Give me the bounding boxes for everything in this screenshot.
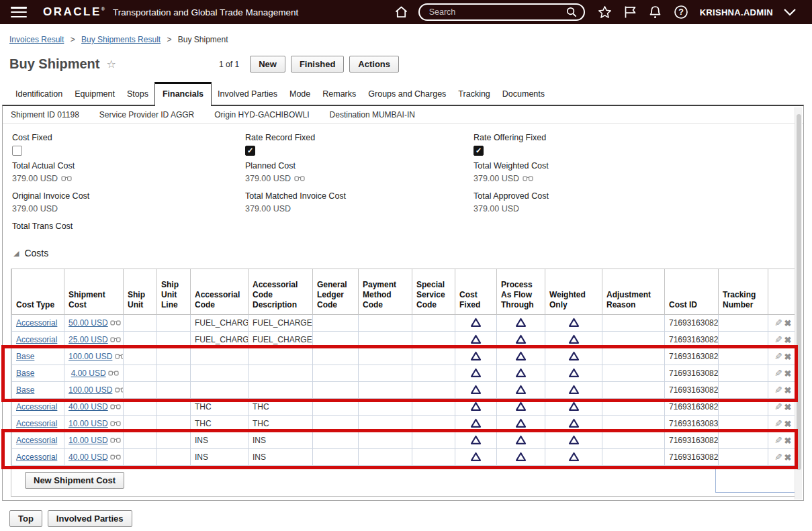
panel-scrollbar[interactable] bbox=[795, 107, 802, 499]
edit-icon[interactable]: ✎ bbox=[774, 435, 782, 446]
delete-icon[interactable]: ✖ bbox=[784, 402, 791, 412]
flag-triangle-icon[interactable] bbox=[515, 401, 527, 412]
flag-triangle-icon[interactable] bbox=[470, 401, 482, 412]
flag-triangle-icon[interactable] bbox=[470, 318, 482, 328]
tab-equipment[interactable]: Equipment bbox=[69, 85, 121, 105]
finished-button[interactable]: Finished bbox=[291, 56, 344, 73]
chevron-down-icon[interactable] bbox=[783, 8, 797, 16]
flag-triangle-icon[interactable] bbox=[515, 418, 527, 428]
shipment-cost-link[interactable]: 40.00 USD bbox=[69, 402, 108, 412]
new-shipment-cost-button[interactable]: New Shipment Cost bbox=[25, 472, 124, 489]
edit-icon[interactable]: ✎ bbox=[774, 418, 782, 429]
tab-identification[interactable]: Identification bbox=[9, 85, 69, 105]
costs-section-header[interactable]: ◢ Costs bbox=[3, 238, 803, 269]
flag-triangle-icon[interactable] bbox=[470, 334, 482, 344]
flag-triangle-icon[interactable] bbox=[568, 452, 580, 462]
breadcrumb-link-invoices-result[interactable]: Invoices Result bbox=[9, 35, 64, 44]
edit-icon[interactable]: ✎ bbox=[774, 334, 782, 345]
flag-triangle-icon[interactable] bbox=[515, 351, 527, 361]
shipment-cost-link[interactable]: 100.00 USD bbox=[69, 352, 112, 361]
flag-triangle-icon[interactable] bbox=[470, 368, 482, 378]
flag-triangle-icon[interactable] bbox=[568, 385, 580, 395]
delete-icon[interactable]: ✖ bbox=[784, 369, 791, 379]
currency-glasses-icon[interactable] bbox=[523, 175, 533, 182]
currency-glasses-icon[interactable] bbox=[110, 336, 121, 343]
tab-stops[interactable]: Stops bbox=[121, 85, 154, 105]
favorites-star-icon[interactable] bbox=[598, 5, 612, 19]
shipment-cost-link[interactable]: 10.00 USD bbox=[69, 436, 108, 445]
flag-triangle-icon[interactable] bbox=[568, 318, 580, 328]
delete-icon[interactable]: ✖ bbox=[784, 419, 791, 429]
cost-type-link[interactable]: Accessorial bbox=[16, 419, 57, 428]
currency-glasses-icon[interactable] bbox=[61, 175, 72, 182]
tab-financials[interactable]: Financials bbox=[154, 82, 212, 106]
top-button[interactable]: Top bbox=[9, 510, 42, 527]
shipment-cost-link[interactable]: 40.00 USD bbox=[69, 452, 108, 462]
flag-triangle-icon[interactable] bbox=[515, 435, 527, 445]
currency-glasses-icon[interactable] bbox=[110, 320, 121, 326]
flag-triangle-icon[interactable] bbox=[515, 368, 527, 378]
delete-icon[interactable]: ✖ bbox=[784, 318, 791, 328]
flag-triangle-icon[interactable] bbox=[568, 351, 580, 361]
edit-icon[interactable]: ✎ bbox=[774, 351, 782, 362]
shipment-cost-link[interactable]: 4.00 USD bbox=[71, 369, 106, 378]
flag-triangle-icon[interactable] bbox=[515, 385, 527, 395]
delete-icon[interactable]: ✖ bbox=[784, 335, 791, 345]
currency-glasses-icon[interactable] bbox=[110, 420, 121, 427]
cost-type-link[interactable]: Accessorial bbox=[16, 452, 57, 462]
scrollbar-thumb[interactable] bbox=[797, 114, 801, 470]
flag-triangle-icon[interactable] bbox=[568, 401, 580, 412]
search-input[interactable] bbox=[429, 7, 566, 17]
delete-icon[interactable]: ✖ bbox=[784, 385, 791, 395]
currency-glasses-icon[interactable] bbox=[110, 403, 121, 410]
currency-glasses-icon[interactable] bbox=[115, 387, 124, 393]
shipment-cost-link[interactable]: 50.00 USD bbox=[69, 318, 108, 328]
flag-triangle-icon[interactable] bbox=[568, 418, 580, 428]
cost-type-link[interactable]: Base bbox=[16, 369, 34, 378]
checkbox-rate-record-fixed[interactable]: ✓ bbox=[245, 146, 255, 156]
cost-type-link[interactable]: Base bbox=[16, 385, 34, 395]
currency-glasses-icon[interactable] bbox=[110, 454, 121, 461]
flag-triangle-icon[interactable] bbox=[470, 351, 482, 361]
currency-glasses-icon[interactable] bbox=[110, 437, 121, 444]
currency-glasses-icon[interactable] bbox=[294, 175, 305, 182]
cost-type-link[interactable]: Accessorial bbox=[16, 402, 57, 412]
tab-tracking[interactable]: Tracking bbox=[452, 85, 496, 105]
flag-triangle-icon[interactable] bbox=[515, 318, 527, 328]
cost-type-link[interactable]: Accessorial bbox=[16, 436, 57, 445]
favorite-star-icon[interactable]: ☆ bbox=[106, 58, 116, 70]
flag-triangle-icon[interactable] bbox=[515, 452, 527, 462]
flag-triangle-icon[interactable] bbox=[470, 385, 482, 395]
cost-type-link[interactable]: Accessorial bbox=[16, 335, 57, 344]
flag-triangle-icon[interactable] bbox=[515, 334, 527, 344]
menu-icon[interactable] bbox=[11, 7, 27, 17]
cost-type-link[interactable]: Base bbox=[16, 352, 34, 361]
edit-icon[interactable]: ✎ bbox=[774, 401, 782, 412]
currency-glasses-icon[interactable] bbox=[115, 353, 124, 360]
shipment-cost-link[interactable]: 100.00 USD bbox=[69, 385, 112, 395]
notifications-bell-icon[interactable] bbox=[649, 5, 662, 19]
cost-type-link[interactable]: Accessorial bbox=[16, 318, 57, 328]
tab-involved-parties[interactable]: Involved Parties bbox=[212, 85, 283, 105]
delete-icon[interactable]: ✖ bbox=[784, 436, 791, 446]
tab-groups-and-charges[interactable]: Groups and Charges bbox=[362, 85, 452, 105]
home-icon[interactable] bbox=[394, 5, 408, 19]
checkbox-cost-fixed[interactable] bbox=[12, 146, 22, 156]
tab-mode[interactable]: Mode bbox=[283, 85, 316, 105]
currency-glasses-icon[interactable] bbox=[108, 370, 119, 377]
tab-documents[interactable]: Documents bbox=[496, 85, 551, 105]
flag-icon[interactable] bbox=[624, 5, 637, 19]
edit-icon[interactable]: ✎ bbox=[774, 385, 782, 395]
search-icon[interactable] bbox=[566, 7, 577, 17]
user-menu[interactable]: KRISHNA.ADMIN bbox=[700, 7, 773, 17]
flag-triangle-icon[interactable] bbox=[470, 418, 482, 428]
checkbox-rate-offering-fixed[interactable]: ✓ bbox=[473, 146, 484, 156]
flag-triangle-icon[interactable] bbox=[568, 368, 580, 378]
edit-icon[interactable]: ✎ bbox=[774, 318, 782, 328]
flag-triangle-icon[interactable] bbox=[470, 435, 482, 445]
flag-triangle-icon[interactable] bbox=[470, 452, 482, 462]
shipment-cost-link[interactable]: 10.00 USD bbox=[69, 419, 108, 428]
delete-icon[interactable]: ✖ bbox=[784, 452, 791, 463]
delete-icon[interactable]: ✖ bbox=[784, 352, 791, 362]
actions-button[interactable]: Actions bbox=[349, 56, 399, 73]
